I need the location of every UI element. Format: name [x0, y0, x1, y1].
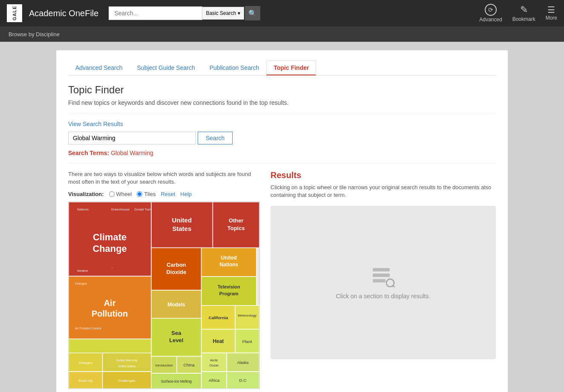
header-search-input[interactable]	[109, 6, 202, 20]
more-label: More	[546, 15, 557, 21]
results-panel: Results Clicking on a topic wheel or til…	[270, 170, 496, 359]
viz-controls: Visualization: Wheel Tiles Reset Help	[68, 191, 262, 197]
svg-text:Global Warming: Global Warming	[116, 359, 138, 363]
svg-text:Carbon: Carbon	[167, 262, 186, 268]
viz-label: Visualization:	[68, 191, 104, 197]
svg-text:Meteorology: Meteorology	[238, 314, 256, 317]
tile-map-svg: Climate Change Nations Greenhouse Donald…	[69, 202, 259, 389]
viz-help-link[interactable]: Help	[180, 191, 192, 197]
bookmark-action[interactable]: ✎ Bookmark	[512, 4, 535, 22]
svg-rect-47	[373, 279, 386, 282]
viz-reset-link[interactable]: Reset	[161, 191, 175, 197]
viz-section: There are two ways to visualize below wh…	[68, 163, 496, 389]
header: GALE Academic OneFile Basic Search ▾ 🔍 ⟳…	[0, 0, 564, 26]
search-type-dropdown[interactable]: Basic Search ▾	[202, 7, 244, 20]
results-placeholder: Click on a section to display results.	[270, 206, 496, 359]
search-type-label: Basic Search	[206, 10, 236, 16]
svg-text:Air Pollution Control: Air Pollution Control	[75, 327, 101, 330]
svg-text:Other: Other	[229, 217, 244, 224]
search-terms-value-text: Global Warming	[111, 150, 153, 156]
advanced-label: Advanced	[479, 17, 502, 23]
results-placeholder-text: Click on a section to display results.	[336, 293, 431, 300]
tabs: Advanced Search Subject Guide Search Pub…	[68, 61, 496, 75]
svg-text:Ocean: Ocean	[209, 364, 219, 368]
viz-description: There are two ways to visualize below wh…	[68, 170, 262, 186]
svg-text:Models: Models	[167, 302, 185, 308]
chevron-down-icon: ▾	[238, 10, 240, 16]
svg-text:Nations: Nations	[219, 262, 238, 268]
viz-tiles-radio[interactable]	[137, 191, 142, 197]
tile-global-warming-small[interactable]	[103, 353, 151, 372]
search-terms-label: Search Terms:	[68, 150, 109, 156]
svg-text:China: China	[184, 363, 195, 368]
svg-line-49	[393, 285, 395, 287]
svg-text:United: United	[221, 255, 237, 261]
viz-left: There are two ways to visualize below wh…	[68, 170, 262, 389]
svg-text:Program: Program	[219, 291, 239, 296]
sub-header: Browse by Discipline	[0, 26, 564, 42]
svg-text:Challenges: Challenges	[118, 379, 135, 383]
svg-text:Donald Trump: Donald Trump	[134, 208, 153, 211]
svg-text:Heat: Heat	[213, 339, 224, 345]
more-action[interactable]: ☰ More	[546, 6, 557, 21]
viz-wheel-text: Wheel	[116, 191, 132, 197]
results-placeholder-icon	[371, 266, 396, 288]
svg-text:Plant: Plant	[242, 340, 252, 344]
svg-text:Dioxide: Dioxide	[167, 269, 187, 276]
svg-text:...: ...	[111, 265, 114, 268]
search-row: Search	[68, 132, 496, 144]
svg-rect-45	[373, 268, 390, 271]
bookmark-icon: ✎	[520, 4, 528, 15]
menu-icon: ☰	[547, 6, 555, 14]
svg-text:Pollution: Pollution	[92, 309, 128, 318]
tile-map[interactable]: Climate Change Nations Greenhouse Donald…	[68, 202, 260, 389]
viz-tiles-label[interactable]: Tiles	[137, 191, 155, 197]
svg-text:Arctic: Arctic	[210, 359, 218, 363]
search-button[interactable]: Search	[198, 132, 233, 144]
header-search-button[interactable]: 🔍	[245, 6, 260, 20]
view-search-results-link[interactable]: View Search Results	[68, 121, 123, 127]
content-card: Advanced Search Subject Guide Search Pub…	[56, 50, 508, 392]
header-search-wrap: Basic Search ▾ 🔍	[109, 6, 270, 20]
header-actions: ⟳ Advanced ✎ Bookmark ☰ More	[479, 4, 557, 23]
svg-rect-46	[373, 274, 390, 277]
app-title: Academic OneFile	[29, 9, 98, 18]
svg-text:Surface-ice Melting: Surface-ice Melting	[161, 379, 192, 383]
svg-text:Alaska: Alaska	[237, 361, 249, 365]
svg-text:California: California	[208, 315, 228, 320]
svg-text:D.C: D.C	[239, 378, 247, 383]
main-content: Advanced Search Subject Guide Search Pub…	[48, 42, 516, 392]
advanced-action[interactable]: ⟳ Advanced	[479, 4, 502, 23]
svg-text:Air: Air	[104, 298, 116, 308]
svg-text:States: States	[172, 225, 191, 232]
tab-topic-finder[interactable]: Topic Finder	[266, 61, 316, 75]
svg-text:Change: Change	[92, 244, 127, 254]
svg-text:Television: Television	[218, 284, 240, 289]
document-search-icon	[371, 266, 396, 287]
search-icon: 🔍	[248, 9, 257, 17]
results-title: Results	[270, 170, 496, 180]
svg-text:Greenhouse: Greenhouse	[111, 208, 130, 211]
svg-text:Changes: Changes	[75, 282, 87, 285]
viz-right: Results Clicking on a topic wheel or til…	[270, 170, 496, 389]
svg-text:United: United	[172, 216, 192, 224]
viz-wheel-label[interactable]: Wheel	[109, 191, 132, 197]
viz-wheel-radio[interactable]	[109, 191, 115, 197]
search-terms-row: Search Terms: Global Warming	[68, 150, 496, 156]
topic-search-input[interactable]	[68, 132, 196, 144]
browse-by-discipline-link[interactable]: Browse by Discipline	[9, 31, 60, 37]
svg-text:Weather: Weather	[77, 270, 89, 273]
svg-text:Level: Level	[169, 337, 183, 343]
tab-publication-search[interactable]: Publication Search	[202, 61, 267, 75]
svg-text:Climate: Climate	[93, 232, 127, 242]
tab-subject-guide-search[interactable]: Subject Guide Search	[130, 61, 202, 75]
tab-advanced-search[interactable]: Advanced Search	[68, 61, 130, 75]
results-description: Clicking on a topic wheel or tile narrow…	[270, 184, 496, 199]
svg-text:Changes: Changes	[79, 361, 92, 365]
page-description: Find new topics or keywords and discover…	[68, 99, 496, 113]
bookmark-label: Bookmark	[512, 16, 535, 22]
svg-text:Sea: Sea	[171, 330, 181, 336]
svg-text:Nations: Nations	[77, 208, 89, 211]
viz-tiles-text: Tiles	[144, 191, 155, 197]
svg-text:United States: United States	[118, 365, 136, 368]
